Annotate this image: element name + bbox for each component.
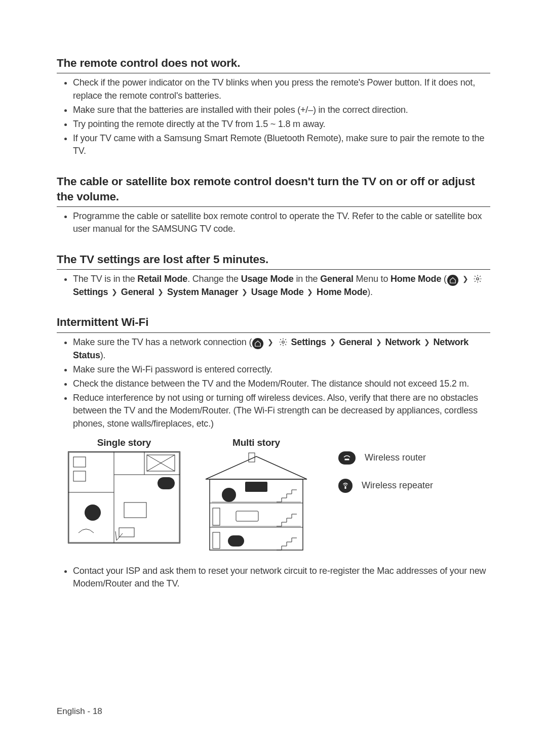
heading: The cable or satellite box remote contro… xyxy=(57,174,490,207)
section-settings-lost: The TV settings are lost after 5 minutes… xyxy=(57,252,490,299)
chevron-right-icon: ❯ xyxy=(375,338,383,346)
heading: The TV settings are lost after 5 minutes… xyxy=(57,252,490,270)
home-icon xyxy=(252,338,263,349)
bullet-list: Programme the cable or satellite box rem… xyxy=(57,210,490,235)
svg-rect-13 xyxy=(119,528,134,537)
home-mode: Home Mode xyxy=(390,274,441,284)
multistory-illustration xyxy=(201,451,312,553)
chevron-right-icon: ❯ xyxy=(241,288,249,296)
retail-mode: Retail Mode xyxy=(137,274,187,284)
text: ( xyxy=(441,274,447,284)
general-label: General xyxy=(121,287,154,297)
home-mode-label: Home Mode xyxy=(317,287,367,297)
floorplan-illustration xyxy=(68,451,180,543)
footer-language: English xyxy=(57,706,85,716)
svg-rect-28 xyxy=(213,508,220,525)
svg-point-0 xyxy=(477,278,479,280)
legend-label: Wireless repeater xyxy=(362,480,433,491)
chevron-right-icon: ❯ xyxy=(423,338,431,346)
text: . Change the xyxy=(187,274,241,284)
chevron-right-icon: ❯ xyxy=(329,338,337,346)
bullet-list: Make sure the TV has a network connectio… xyxy=(57,336,490,430)
list-item: If your TV came with a Samsung Smart Rem… xyxy=(73,132,490,157)
router-icon xyxy=(338,451,356,465)
heading: Intermittent Wi-Fi xyxy=(57,315,490,332)
section-intermittent-wifi: Intermittent Wi-Fi Make sure the TV has … xyxy=(57,315,490,590)
text: in the xyxy=(294,274,320,284)
svg-rect-29 xyxy=(213,532,220,549)
chevron-right-icon: ❯ xyxy=(266,338,275,346)
list-item: Check if the power indicator on the TV b… xyxy=(73,76,490,102)
list-item: Make sure that the batteries are install… xyxy=(73,104,490,116)
section-remote-not-work: The remote control does not work. Check … xyxy=(57,56,490,158)
legend-row-repeater: Wireless repeater xyxy=(338,479,433,493)
svg-rect-24 xyxy=(245,482,267,492)
legend-label: Wireless router xyxy=(365,452,426,463)
text: ). xyxy=(100,350,106,360)
svg-point-26 xyxy=(222,488,236,502)
list-item: Make sure the TV has a network connectio… xyxy=(73,336,490,362)
general: General xyxy=(320,274,354,284)
list-item: Contact your ISP and ask them to reset y… xyxy=(73,565,490,590)
chevron-right-icon: ❯ xyxy=(461,275,470,283)
section-cable-box-remote: The cable or satellite box remote contro… xyxy=(57,174,490,236)
list-item: Try pointing the remote directly at the … xyxy=(73,118,490,131)
list-item: Reduce interference by not using or turn… xyxy=(73,392,490,430)
svg-rect-10 xyxy=(158,477,175,489)
single-story-diagram: Single story xyxy=(68,437,180,543)
settings-label: Settings xyxy=(73,287,108,297)
svg-point-1 xyxy=(282,341,284,343)
bullet-list: Contact your ISP and ask them to reset y… xyxy=(57,565,490,590)
svg-rect-30 xyxy=(345,458,349,460)
multi-story-diagram: Multi story xyxy=(201,437,312,553)
legend: Wireless router Wireless repeater xyxy=(338,437,433,493)
svg-rect-27 xyxy=(228,535,244,547)
usage-mode: Usage Mode xyxy=(241,274,294,284)
svg-rect-31 xyxy=(345,486,346,488)
chevron-right-icon: ❯ xyxy=(157,288,165,296)
diagram-title: Single story xyxy=(97,437,151,448)
gear-icon xyxy=(278,337,288,347)
gear-icon xyxy=(473,274,483,284)
heading: The remote control does not work. xyxy=(57,56,490,73)
svg-marker-16 xyxy=(206,456,307,479)
list-item: Check the distance between the TV and th… xyxy=(73,377,490,390)
chevron-right-icon: ❯ xyxy=(110,288,119,296)
svg-rect-12 xyxy=(124,502,146,518)
text: Make sure the TV has a network connectio… xyxy=(73,337,252,347)
text: Menu to xyxy=(354,274,390,284)
svg-rect-25 xyxy=(236,511,258,521)
text: The TV is in the xyxy=(73,274,137,284)
diagrams: Single story xyxy=(68,437,490,553)
network-label: Network xyxy=(385,337,420,347)
svg-point-11 xyxy=(85,505,101,521)
bullet-list: The TV is in the Retail Mode. Change the… xyxy=(57,273,490,299)
footer-sep: - xyxy=(85,706,93,716)
footer-page-number: 18 xyxy=(93,706,102,716)
svg-rect-15 xyxy=(73,471,86,481)
system-manager-label: System Manager xyxy=(167,287,238,297)
text: ). xyxy=(367,287,373,297)
legend-row-router: Wireless router xyxy=(338,451,433,465)
page-footer: English - 18 xyxy=(57,706,102,717)
list-item: Programme the cable or satellite box rem… xyxy=(73,210,490,235)
chevron-right-icon: ❯ xyxy=(306,288,314,296)
settings-label: Settings xyxy=(291,337,326,347)
svg-rect-14 xyxy=(73,457,86,467)
bullet-list: Check if the power indicator on the TV b… xyxy=(57,76,490,157)
list-item: The TV is in the Retail Mode. Change the… xyxy=(73,273,490,299)
general-label: General xyxy=(339,337,372,347)
diagram-title: Multi story xyxy=(232,437,280,448)
list-item: Make sure the Wi-Fi password is entered … xyxy=(73,363,490,376)
usage-mode-label: Usage Mode xyxy=(251,287,304,297)
repeater-icon xyxy=(338,479,353,493)
home-icon xyxy=(447,275,458,286)
